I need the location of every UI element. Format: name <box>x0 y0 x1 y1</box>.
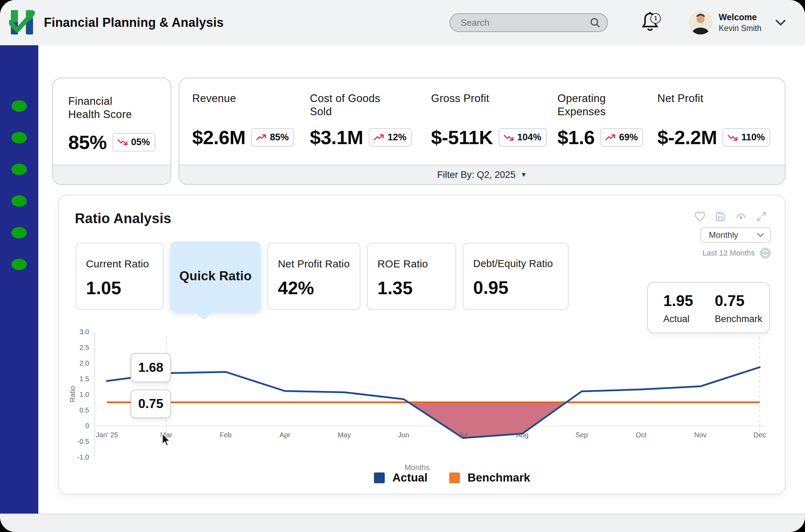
kpi-cogs: Cost of Goods Sold $3.1M 12% <box>310 92 412 149</box>
chip-current-ratio[interactable]: Current Ratio 1.05 <box>76 243 164 310</box>
sidebar-nav-dot-6[interactable] <box>11 259 27 270</box>
svg-text:3.0: 3.0 <box>79 328 89 336</box>
svg-text:Jun: Jun <box>398 431 409 439</box>
kpi-title: Revenue <box>192 92 276 123</box>
bottom-strip <box>0 514 805 532</box>
health-title: Financial Health Score <box>68 95 143 121</box>
svg-text:1.5: 1.5 <box>79 375 89 383</box>
svg-text:2.5: 2.5 <box>79 344 89 351</box>
chip-value: 1.35 <box>377 277 455 298</box>
profile-menu[interactable]: Welcome Kevin Smith <box>689 11 786 34</box>
filter-label: Filter By: Q2, 2025 <box>437 170 516 180</box>
mouse-cursor-icon <box>160 433 172 448</box>
search-box[interactable] <box>450 13 608 32</box>
svg-text:2.0: 2.0 <box>79 359 89 367</box>
avatar[interactable] <box>689 11 712 34</box>
kpi-delta: 85% <box>270 132 289 143</box>
kpi-title: Net Profit <box>657 92 741 123</box>
svg-text:Aug: Aug <box>516 431 529 439</box>
svg-text:Jan' 25: Jan' 25 <box>96 431 118 439</box>
profile-text: Welcome Kevin Smith <box>719 12 761 33</box>
kpi-value: $3.1M <box>310 126 363 149</box>
kpi-value: $-511K <box>431 126 493 149</box>
chip-value: 1.05 <box>86 277 163 298</box>
chip-quick-ratio-selected[interactable]: Quick Ratio <box>170 241 261 311</box>
filter-bar[interactable]: Filter By: Q2, 2025 ▼ <box>179 165 785 184</box>
search-input[interactable] <box>460 17 589 29</box>
refresh-icon[interactable] <box>760 248 771 259</box>
expand-icon[interactable] <box>756 211 767 222</box>
chip-debt-equity-ratio[interactable]: Debt/Equity Ratio 0.95 <box>463 243 569 310</box>
callout-benchmark-label: Benchmark <box>715 314 763 324</box>
view-icon[interactable] <box>735 211 747 222</box>
chip-label: Debt/Equity Ratio <box>473 258 568 269</box>
sidebar-nav-dot-1[interactable] <box>11 100 27 112</box>
svg-text:Jul: Jul <box>459 431 468 439</box>
period-hint-label: Last 12 Months <box>703 249 755 258</box>
chip-roe-ratio[interactable]: ROE Ratio 1.35 <box>367 243 456 310</box>
svg-text:Dec: Dec <box>753 431 766 439</box>
welcome-label: Welcome <box>719 12 761 22</box>
kpi-delta: 110% <box>741 132 765 143</box>
kpi-operating-expenses: Operating Expenses $1.6 69% <box>557 92 643 149</box>
period-select-value: Monthly <box>709 230 738 240</box>
kpi-delta-badge: 12% <box>369 128 412 147</box>
financial-health-card: Financial Health Score 85% 05% <box>52 78 171 185</box>
legend-label: Actual <box>392 471 428 484</box>
svg-text:0: 0 <box>85 422 89 430</box>
chip-label: Quick Ratio <box>179 269 252 283</box>
sidebar-nav-dot-3[interactable] <box>11 164 27 175</box>
kpi-delta: 104% <box>517 132 541 143</box>
sidebar-nav <box>0 45 38 514</box>
ratio-chart-area[interactable]: 3.02.52.01.51.00.50-0.5-1.0Jan' 25MarFeb… <box>69 324 786 466</box>
svg-text:0.5: 0.5 <box>79 406 89 414</box>
kpi-delta-badge: 110% <box>722 128 770 147</box>
svg-text:Feb: Feb <box>220 431 232 439</box>
sidebar-nav-dot-5[interactable] <box>11 227 27 238</box>
svg-text:Nov: Nov <box>694 431 707 439</box>
legend-item-benchmark[interactable]: Benchmark <box>449 471 530 484</box>
svg-text:Oct: Oct <box>636 431 647 439</box>
health-value: 85% <box>68 131 107 154</box>
chart-legend: Actual Benchmark <box>374 471 530 484</box>
trend-down-icon <box>728 134 738 141</box>
kpi-delta-badge: 104% <box>499 128 547 147</box>
chart-tooltip-actual: 1.68 <box>131 353 171 382</box>
svg-text:Sep: Sep <box>576 431 588 439</box>
legend-label: Benchmark <box>468 471 530 484</box>
sidebar-nav-dot-4[interactable] <box>11 195 27 207</box>
trend-up-icon <box>605 134 616 141</box>
chip-value: 0.95 <box>473 277 568 298</box>
trend-up-icon <box>374 134 384 141</box>
chip-label: Net Profit Ratio <box>278 258 360 270</box>
health-card-footer <box>53 165 171 184</box>
kpi-delta: 69% <box>619 132 638 143</box>
page-title: Financial Planning & Analysis <box>44 15 224 30</box>
kpi-delta: 12% <box>388 132 406 143</box>
chip-net-profit-ratio[interactable]: Net Profit Ratio 42% <box>267 243 360 310</box>
chevron-down-icon <box>757 233 764 237</box>
dropdown-arrow-icon: ▼ <box>521 171 527 179</box>
period-hint: Last 12 Months <box>703 248 771 259</box>
chip-label: Current Ratio <box>86 258 163 270</box>
notifications-button[interactable]: 1 <box>640 10 662 35</box>
trend-down-icon <box>504 134 514 141</box>
period-select[interactable]: Monthly <box>701 227 771 243</box>
svg-text:-1.0: -1.0 <box>77 453 89 461</box>
trend-up-icon <box>256 134 267 141</box>
kpi-title: Gross Profit <box>431 92 515 123</box>
app-window: Financial Planning & Analysis 1 <box>0 0 805 532</box>
kpi-title: Operating Expenses <box>557 92 641 123</box>
legend-item-actual[interactable]: Actual <box>374 471 428 484</box>
health-delta: 05% <box>131 137 150 148</box>
svg-text:Apr: Apr <box>280 431 290 439</box>
svg-text:-0.5: -0.5 <box>77 438 89 445</box>
kpi-value: $-2.2M <box>657 126 717 149</box>
chevron-down-icon[interactable] <box>775 19 786 26</box>
header: Financial Planning & Analysis 1 <box>0 0 805 45</box>
ratio-line-chart[interactable]: 3.02.52.01.51.00.50-0.5-1.0Jan' 25MarFeb… <box>69 324 786 466</box>
sidebar-nav-dot-2[interactable] <box>11 132 27 143</box>
favorite-icon[interactable] <box>694 211 705 222</box>
company-logo-icon <box>9 9 35 36</box>
save-icon[interactable] <box>715 211 726 222</box>
